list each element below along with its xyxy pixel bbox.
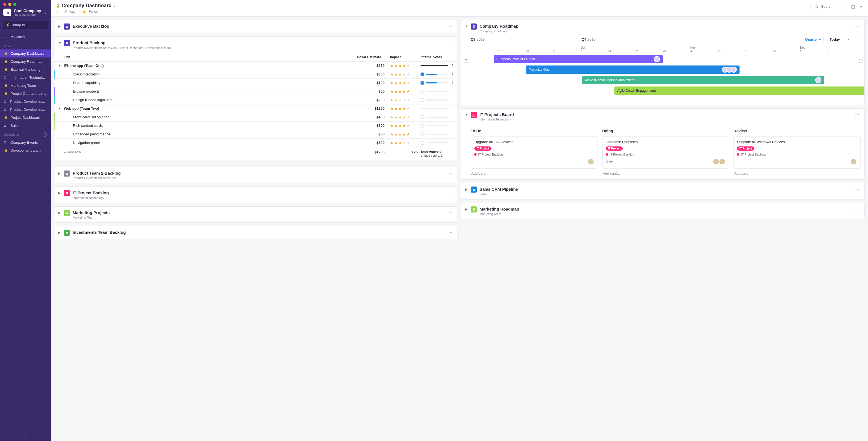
expand-caret[interactable]: ▶ bbox=[58, 210, 61, 215]
row-votes[interactable]: 1 bbox=[421, 81, 454, 85]
row-votes[interactable]: 1 bbox=[421, 72, 454, 76]
sidebar-item[interactable]: ≣Product Development T... bbox=[0, 106, 51, 114]
column-menu-icon[interactable]: ⋯ bbox=[722, 128, 729, 134]
col-impact[interactable]: Impact bbox=[390, 55, 421, 59]
vote-toggle[interactable] bbox=[421, 72, 424, 76]
row-impact[interactable]: ★★★★★ bbox=[390, 132, 421, 137]
col-title[interactable]: Title bbox=[64, 55, 357, 59]
vote-toggle[interactable] bbox=[421, 81, 424, 85]
board-card[interactable]: Upgrade all Windows Devices IT Project I… bbox=[734, 136, 861, 169]
card-title[interactable]: Marketing Roadmap bbox=[479, 206, 851, 212]
caret-down-icon[interactable]: ▼ bbox=[58, 64, 63, 67]
col-estimate[interactable]: Dollar Estimate bbox=[357, 55, 390, 59]
add-card-button[interactable]: Add card... bbox=[602, 169, 729, 175]
follow-button[interactable]: Follow bbox=[89, 10, 99, 13]
vote-toggle[interactable] bbox=[421, 141, 424, 145]
table-row[interactable]: Search capability $100 ★★★★★ 1 bbox=[55, 79, 458, 87]
add-row-button[interactable]: + Add row bbox=[64, 150, 357, 154]
table-group-row[interactable]: ▼ Web app (Team Two) $1250 ★★★★★ bbox=[55, 104, 458, 113]
collapse-sidebar[interactable]: « bbox=[0, 428, 51, 441]
table-row[interactable]: Slack Integration $300 ★★★★★ 1 bbox=[55, 70, 458, 79]
add-card-button[interactable]: Add card... bbox=[471, 169, 598, 175]
collapse-caret[interactable]: ▼ bbox=[465, 112, 468, 116]
roadmap-bar[interactable]: Project.ai One bbox=[526, 65, 739, 74]
table-group-row[interactable]: ▼ iPhone app (Team One) $650 ★★★★★ 2 bbox=[55, 61, 458, 70]
star-icon[interactable]: ☆ bbox=[56, 10, 59, 13]
sidebar-item[interactable]: 🔒External Marketing Age... bbox=[0, 65, 51, 74]
expand-caret[interactable]: ▶ bbox=[465, 186, 468, 191]
row-votes[interactable] bbox=[421, 141, 454, 145]
table-row[interactable]: Enhanced performance $50 ★★★★★ bbox=[55, 130, 458, 139]
card-menu-icon[interactable]: ⋯ bbox=[854, 186, 861, 192]
card-title[interactable]: Sales CRM Pipeline bbox=[479, 186, 851, 192]
card-menu-icon[interactable]: ⋯ bbox=[447, 40, 454, 45]
row-impact[interactable]: ★★★★★ bbox=[390, 72, 421, 77]
row-impact[interactable]: ★★★★★ bbox=[390, 115, 421, 119]
collapse-caret[interactable]: ▼ bbox=[465, 24, 468, 28]
sidebar-item[interactable]: 🔒Company Roadmap bbox=[0, 57, 51, 65]
vote-toggle[interactable] bbox=[421, 98, 424, 102]
column-title[interactable]: To Do bbox=[471, 129, 482, 133]
card-menu-icon[interactable]: ⋯ bbox=[447, 230, 454, 235]
table-row[interactable]: Front carousel spinner ... $400 ★★★★★ bbox=[55, 113, 458, 121]
my-cards[interactable]: ☰ My cards bbox=[0, 32, 51, 42]
column-menu-icon[interactable]: ⋯ bbox=[591, 128, 598, 134]
table-row[interactable]: Design iPhone login scre... $200 ★★★★★ bbox=[55, 96, 458, 104]
table-row[interactable]: Browse products $50 ★★★★★ bbox=[55, 87, 458, 96]
column-menu-icon[interactable]: ⋯ bbox=[854, 128, 861, 134]
add-collection-icon[interactable]: + bbox=[42, 133, 47, 137]
card-menu-icon[interactable]: ⋯ bbox=[447, 171, 454, 176]
roadmap-bar[interactable]: Move to small regional hub offices bbox=[582, 76, 824, 84]
sidebar-item[interactable]: ≣Sales bbox=[0, 122, 51, 129]
scroll-right[interactable]: » bbox=[857, 57, 863, 63]
row-votes[interactable] bbox=[421, 98, 454, 102]
close-window[interactable] bbox=[3, 3, 6, 6]
card-menu-icon[interactable]: ⋯ bbox=[854, 112, 861, 117]
roadmap-bar[interactable]: European Product Launch bbox=[494, 55, 663, 63]
card-menu-icon[interactable]: ⋯ bbox=[447, 190, 454, 195]
row-impact[interactable]: ★★★★★ bbox=[390, 81, 421, 85]
board-card[interactable]: Upgrade all iOS Devices IT Project IT Pr… bbox=[471, 136, 598, 169]
sidebar-item[interactable]: 🔒Marketing Team bbox=[0, 82, 51, 90]
row-impact[interactable]: ★★★★★ bbox=[390, 89, 421, 94]
board-card[interactable]: Database Upgrades IT Project IT Project … bbox=[602, 136, 729, 169]
sidebar-item[interactable]: 🔒Company Dashboard bbox=[0, 50, 51, 57]
sidebar-item[interactable]: ≣Product Development T... bbox=[0, 97, 51, 106]
expand-caret[interactable]: ▶ bbox=[58, 171, 61, 175]
collapse-caret[interactable]: ▼ bbox=[58, 40, 61, 45]
minimize-window[interactable] bbox=[8, 3, 11, 6]
expand-caret[interactable]: ▶ bbox=[58, 24, 61, 28]
panel-icon[interactable]: ◫ bbox=[851, 4, 855, 9]
row-impact[interactable]: ★★★★★ bbox=[390, 63, 421, 68]
column-title[interactable]: Doing bbox=[602, 129, 613, 133]
row-votes[interactable] bbox=[421, 133, 454, 136]
card-menu-icon[interactable]: ⋯ bbox=[447, 24, 454, 29]
scroll-left[interactable]: « bbox=[463, 57, 469, 63]
sidebar-item[interactable]: 🔒People Operations (HR) bbox=[0, 90, 51, 97]
prev-button[interactable]: ‹ bbox=[846, 36, 851, 42]
card-menu-icon[interactable]: ⋯ bbox=[854, 206, 861, 212]
jump-to[interactable]: ⚡ Jump to... bbox=[3, 21, 48, 29]
caret-down-icon[interactable]: ▼ bbox=[58, 107, 63, 110]
chevron-down-icon[interactable]: ⌄ bbox=[113, 4, 116, 8]
search-input[interactable] bbox=[821, 4, 843, 8]
card-title[interactable]: Executive Backlog bbox=[73, 24, 444, 29]
sidebar-item[interactable]: 🔒Development team bbox=[0, 146, 51, 154]
card-title[interactable]: Marketing Projects bbox=[73, 210, 444, 215]
vote-toggle[interactable] bbox=[421, 90, 424, 93]
sidebar-item[interactable]: 🔒Project Dashboard bbox=[0, 114, 51, 122]
activity-icon[interactable]: 〰 bbox=[859, 4, 863, 9]
search-box[interactable]: 🔍 bbox=[810, 3, 847, 10]
column-title[interactable]: Review bbox=[734, 129, 747, 133]
expand-caret[interactable]: ▶ bbox=[58, 230, 61, 234]
vote-toggle[interactable] bbox=[421, 124, 424, 128]
period-q4[interactable]: Q42019 bbox=[582, 37, 595, 41]
page-title[interactable]: Company Dashboard bbox=[62, 3, 112, 8]
row-impact[interactable]: ★★★★★ bbox=[390, 141, 421, 145]
table-row[interactable]: Navigation panel $500 ★★★★★ bbox=[55, 139, 458, 147]
row-votes[interactable] bbox=[421, 124, 454, 128]
row-impact[interactable]: ★★★★★ bbox=[390, 123, 421, 128]
expand-caret[interactable]: ▶ bbox=[465, 206, 468, 211]
row-votes[interactable] bbox=[421, 90, 454, 93]
next-button[interactable]: › bbox=[855, 36, 861, 42]
